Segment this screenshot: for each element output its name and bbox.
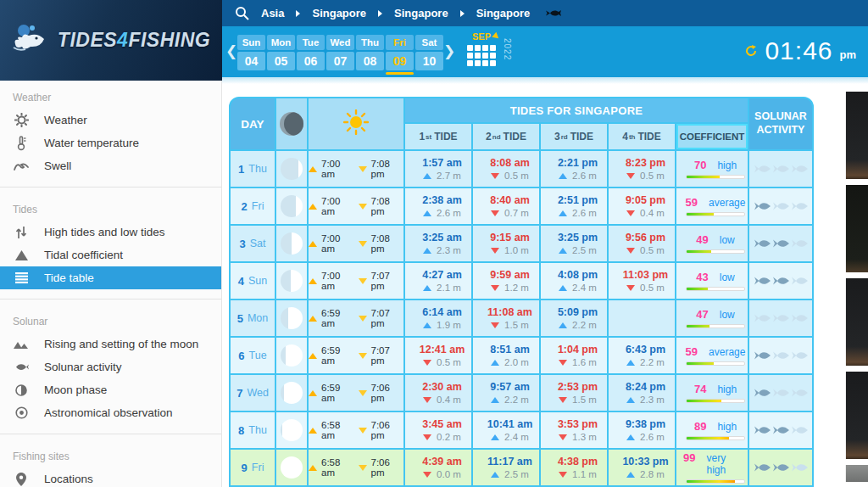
search-icon[interactable] bbox=[235, 6, 249, 20]
tide-cell: 2:51 pm2.6 m bbox=[541, 188, 607, 224]
solunar-activity-column-header: SOLUNAR ACTIVITY bbox=[749, 98, 812, 149]
selected-day-underline bbox=[415, 72, 443, 75]
high-tide-icon bbox=[626, 397, 635, 403]
day-chip-wed[interactable]: Wed07 bbox=[326, 35, 354, 75]
moon-phase-icon bbox=[281, 158, 303, 180]
breadcrumb: AsiaSingaporeSingaporeSingapore bbox=[261, 7, 564, 20]
tide-cell: 9:59 am1.2 m bbox=[473, 263, 539, 299]
selected-day-underline bbox=[267, 72, 295, 75]
moon-phase-cell bbox=[276, 338, 307, 373]
high-tide-icon bbox=[491, 360, 499, 366]
moon-phase-cell bbox=[276, 263, 307, 299]
coefficient-column-header: COEFFICIENT bbox=[676, 124, 748, 149]
fish-icon bbox=[754, 201, 771, 211]
moon-phase-cell bbox=[276, 300, 307, 336]
fish-icon bbox=[773, 164, 789, 174]
moon-phase-cell bbox=[276, 151, 307, 187]
tide-cell: 9:56 pm0.5 m bbox=[609, 226, 675, 261]
sunset-icon bbox=[359, 241, 367, 247]
sunrise-sunset-cell: 6:59 am 7:07 pm bbox=[309, 338, 403, 373]
fish-icon bbox=[545, 8, 564, 18]
calendar-grid-icon bbox=[467, 45, 496, 66]
sidebar: WeatherWeatherWater temperatureSwellTide… bbox=[0, 81, 222, 487]
coefficient-cell: 70high bbox=[676, 151, 748, 187]
moon-phase-icon bbox=[281, 195, 303, 217]
sidebar-item-weather[interactable]: Weather bbox=[0, 109, 221, 132]
sidebar-item-high-tides-and-low-tides[interactable]: High tides and low tides bbox=[0, 221, 221, 244]
fish-icon bbox=[754, 350, 771, 361]
photo-thumbnail[interactable] bbox=[845, 185, 868, 272]
fish-icon bbox=[792, 350, 808, 361]
calendar-picker[interactable]: SEP 2022 bbox=[467, 31, 512, 66]
day-cell: 1Thu bbox=[231, 151, 275, 187]
low-tide-icon bbox=[423, 472, 431, 478]
high-tide-icon bbox=[559, 322, 567, 328]
photo-thumbnail[interactable] bbox=[845, 372, 868, 459]
sidebar-item-solunar-activity[interactable]: Solunar activity bbox=[0, 355, 221, 378]
solunar-activity-cell bbox=[749, 226, 812, 261]
sidebar-section-label: Fishing sites bbox=[0, 444, 221, 467]
high-tide-icon bbox=[423, 210, 431, 216]
solunar-activity-cell bbox=[749, 338, 812, 373]
refresh-icon[interactable] bbox=[744, 44, 758, 58]
day-chip-sat[interactable]: Sat10 bbox=[415, 35, 443, 75]
tide-cell: 5:09 pm2.2 m bbox=[541, 300, 607, 336]
sidebar-item-moon-phase[interactable]: Moon phase bbox=[0, 378, 221, 401]
solunar-activity-cell bbox=[749, 263, 812, 299]
content-top-fade bbox=[222, 77, 868, 84]
low-tide-icon bbox=[491, 285, 499, 291]
tide-cell: 2:38 am2.6 m bbox=[405, 188, 471, 224]
sidebar-item-tidal-coefficient[interactable]: Tidal coefficient bbox=[0, 244, 221, 266]
high-tide-icon bbox=[423, 285, 431, 291]
low-tide-icon bbox=[491, 322, 499, 328]
low-tide-icon bbox=[626, 248, 635, 254]
fish-icon bbox=[754, 164, 771, 174]
solunar-activity-icon bbox=[13, 362, 30, 372]
day-chip-fri[interactable]: Fri09 bbox=[386, 35, 414, 75]
next-week-chevron[interactable]: ❯ bbox=[443, 26, 455, 77]
breadcrumb-item[interactable]: Singapore bbox=[394, 7, 448, 20]
sidebar-item-locations[interactable]: Locations bbox=[0, 467, 221, 487]
tide-cell: 8:24 pm2.3 m bbox=[609, 375, 675, 411]
sidebar-item-label: High tides and low tides bbox=[44, 226, 165, 238]
day-chip-thu[interactable]: Thu08 bbox=[356, 35, 384, 75]
sunrise-sunset-cell: 7:00 am 7:07 pm bbox=[309, 263, 403, 299]
breadcrumb-item[interactable]: Singapore bbox=[476, 7, 531, 20]
selected-day-underline bbox=[297, 72, 325, 75]
photo-thumbnail[interactable] bbox=[845, 92, 868, 179]
sidebar-item-swell[interactable]: Swell bbox=[0, 154, 221, 177]
sidebar-item-astronomical-observation[interactable]: Astronomical observation bbox=[0, 401, 221, 424]
previous-week-chevron[interactable]: ❮ bbox=[225, 26, 237, 77]
sidebar-item-rising-and-setting-of-the-moon[interactable]: Rising and setting of the moon bbox=[0, 333, 221, 355]
day-cell: 8Thu bbox=[231, 412, 275, 448]
moon-phase-cell bbox=[276, 375, 307, 411]
sidebar-item-water-temperature[interactable]: Water temperature bbox=[0, 132, 221, 154]
sidebar-divider bbox=[0, 299, 221, 299]
table-row: 7Wed 6:59 am 7:06 pm 2:30 am0.4 m9:57 am… bbox=[231, 375, 812, 411]
breadcrumb-item[interactable]: Singapore bbox=[312, 7, 366, 20]
day-name: Thu bbox=[356, 35, 384, 50]
breadcrumb-separator-icon bbox=[460, 10, 465, 17]
sidebar-item-tide-table[interactable]: Tide table bbox=[0, 266, 221, 289]
high-tide-icon bbox=[423, 248, 431, 254]
day-number: 05 bbox=[267, 52, 295, 70]
day-cell: 4Sun bbox=[231, 263, 275, 299]
photo-thumbnail[interactable] bbox=[845, 465, 868, 482]
site-logo[interactable]: TIDES4FISHING bbox=[0, 0, 222, 81]
fish-icon bbox=[792, 201, 808, 211]
sunset-icon bbox=[359, 278, 367, 284]
sidebar-item-label: Weather bbox=[44, 114, 87, 126]
tide-cell bbox=[609, 300, 675, 336]
sidebar-item-label: Water temperature bbox=[44, 137, 139, 149]
tide-cell: 2:21 pm2.6 m bbox=[541, 151, 607, 187]
day-chip-mon[interactable]: Mon05 bbox=[267, 35, 295, 75]
day-chip-sun[interactable]: Sun04 bbox=[237, 35, 265, 75]
sunset-icon bbox=[359, 204, 367, 210]
moon-phase-icon bbox=[281, 456, 303, 479]
breadcrumb-item[interactable]: Asia bbox=[261, 7, 284, 20]
sunset-icon bbox=[359, 428, 367, 434]
tide-cell: 8:51 am2.0 m bbox=[473, 338, 539, 373]
day-chip-tue[interactable]: Tue06 bbox=[297, 35, 325, 75]
photo-thumbnail[interactable] bbox=[845, 278, 868, 366]
sunrise-sunset-cell: 6:58 am 7:06 pm bbox=[309, 450, 403, 485]
